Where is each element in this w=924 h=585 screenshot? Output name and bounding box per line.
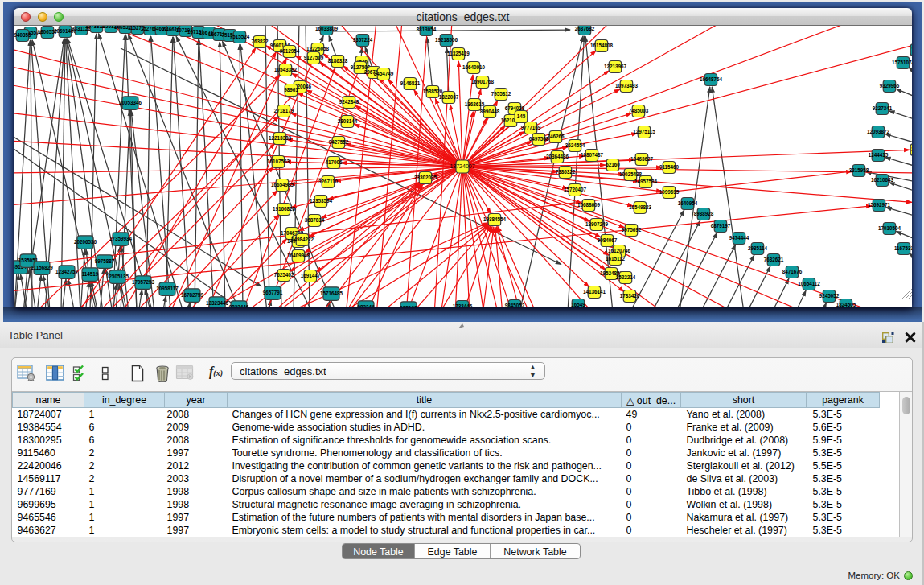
- svg-text:9127509: 9127509: [304, 55, 324, 60]
- svg-text:12093872: 12093872: [867, 129, 890, 134]
- svg-text:2803144: 2803144: [338, 118, 358, 124]
- svg-text:175162: 175162: [400, 305, 417, 307]
- svg-text:8813054: 8813054: [417, 27, 437, 32]
- svg-text:17957253: 17957253: [132, 279, 155, 285]
- svg-text:8186328: 8186328: [328, 58, 348, 64]
- svg-text:12323446: 12323446: [206, 300, 229, 306]
- svg-text:20364436: 20364436: [546, 154, 569, 159]
- svg-text:9357224: 9357224: [353, 37, 373, 43]
- svg-text:2687682: 2687682: [575, 26, 595, 31]
- svg-text:15720407: 15720407: [564, 187, 587, 192]
- svg-text:10543382: 10543382: [274, 67, 298, 72]
- svg-text:940355: 940355: [14, 32, 31, 38]
- svg-text:20053346: 20053346: [119, 100, 142, 105]
- svg-text:16033809: 16033809: [315, 26, 339, 31]
- svg-text:10654112: 10654112: [798, 281, 820, 286]
- svg-text:9227341: 9227341: [873, 105, 893, 111]
- svg-text:1244415: 1244415: [869, 152, 889, 158]
- svg-text:8990448: 8990448: [480, 109, 500, 114]
- svg-text:6497568: 6497568: [529, 136, 549, 142]
- svg-text:2522214: 2522214: [616, 274, 636, 280]
- svg-text:9084067: 9084067: [598, 237, 618, 243]
- svg-text:16107563: 16107563: [267, 159, 290, 164]
- svg-text:8454749: 8454749: [374, 71, 394, 76]
- svg-text:16901768: 16901768: [471, 79, 495, 84]
- svg-text:417006: 417006: [325, 159, 343, 165]
- svg-text:16648764: 16648764: [700, 76, 723, 82]
- svg-text:98961: 98961: [284, 87, 298, 93]
- svg-text:3215958: 3215958: [849, 167, 869, 173]
- svg-text:11325419: 11325419: [447, 51, 470, 56]
- svg-text:12975115: 12975115: [633, 129, 655, 134]
- svg-text:17010504: 17010504: [878, 225, 901, 231]
- svg-text:9329966: 9329966: [880, 83, 900, 89]
- svg-text:16654985: 16654985: [271, 182, 294, 187]
- svg-text:9657791: 9657791: [263, 290, 283, 295]
- svg-text:1733446: 1733446: [453, 303, 473, 307]
- svg-text:9912954: 9912954: [280, 48, 300, 54]
- svg-text:9146821: 9146821: [400, 80, 421, 86]
- svg-text:14136141: 14136141: [583, 289, 606, 295]
- svg-text:19166825: 19166825: [273, 206, 296, 212]
- svg-text:1615112: 1615112: [606, 256, 626, 262]
- svg-text:15692971: 15692971: [868, 202, 891, 208]
- svg-text:16210643: 16210643: [871, 177, 894, 183]
- svg-text:9975887: 9975887: [95, 258, 115, 264]
- svg-text:10807487: 10807487: [581, 152, 604, 158]
- svg-text:3624554: 3624554: [565, 142, 585, 148]
- svg-text:20206536: 20206536: [74, 239, 97, 245]
- svg-text:23302035: 23302035: [414, 175, 437, 180]
- svg-text:12353594: 12353594: [310, 198, 333, 204]
- svg-text:114519: 114519: [82, 271, 99, 277]
- svg-text:9474444: 9474444: [729, 235, 749, 241]
- svg-text:1691447: 1691447: [301, 273, 321, 278]
- svg-text:1733426: 1733426: [620, 293, 640, 299]
- svg-text:763822: 763822: [251, 39, 269, 44]
- svg-text:12505135: 12505135: [106, 274, 129, 279]
- svg-text:1362615: 1362615: [465, 101, 485, 107]
- svg-text:6879197: 6879197: [711, 223, 731, 229]
- svg-text:10958117: 10958117: [156, 286, 179, 291]
- svg-text:8938928: 8938928: [694, 211, 714, 216]
- svg-text:14957584: 14957584: [634, 179, 658, 184]
- svg-text:1588520: 1588520: [423, 89, 443, 94]
- svg-text:7955812: 7955812: [491, 91, 511, 97]
- svg-text:17359934: 17359934: [109, 236, 133, 241]
- svg-text:18907249: 18907249: [585, 221, 609, 227]
- svg-text:15751074: 15751074: [892, 60, 912, 65]
- svg-text:1167533: 1167533: [894, 245, 912, 251]
- svg-text:7515524: 7515524: [230, 34, 250, 39]
- svg-text:7632621: 7632621: [764, 257, 784, 262]
- svg-text:9975692: 9975692: [622, 227, 642, 233]
- svg-text:1099695: 1099695: [659, 189, 680, 195]
- svg-text:9845052: 9845052: [505, 303, 525, 307]
- svg-text:19384554: 19384554: [483, 216, 507, 222]
- svg-text:982344: 982344: [357, 304, 375, 307]
- svg-text:9242848: 9242848: [339, 99, 359, 105]
- svg-text:16549823: 16549823: [629, 204, 652, 210]
- svg-text:3687834: 3687834: [305, 217, 325, 223]
- svg-text:10688609: 10688609: [577, 202, 601, 208]
- svg-text:3267110: 3267110: [318, 179, 339, 184]
- svg-text:9777169: 9777169: [521, 125, 541, 130]
- svg-text:12213967: 12213967: [604, 64, 627, 69]
- svg-text:7625402: 7625402: [274, 272, 294, 278]
- svg-text:12226058: 12226058: [306, 46, 330, 51]
- svg-text:8471676: 8471676: [782, 269, 803, 274]
- svg-text:746266: 746266: [547, 134, 565, 139]
- svg-text:16549: 16549: [571, 302, 585, 307]
- svg-text:9115460: 9115460: [659, 164, 680, 170]
- svg-text:2935114: 2935114: [748, 245, 768, 251]
- svg-text:1640954: 1640954: [678, 200, 698, 206]
- svg-text:10463627: 10463627: [630, 156, 654, 162]
- svg-text:9823446: 9823446: [229, 304, 249, 307]
- svg-text:1277: 1277: [911, 146, 912, 152]
- svg-text:12342757: 12342757: [55, 269, 79, 274]
- svg-text:16640910: 16640910: [462, 64, 486, 70]
- svg-text:1822037: 1822037: [439, 94, 459, 100]
- svg-text:2718179: 2718179: [274, 108, 294, 113]
- svg-text:1824505: 1824505: [836, 302, 856, 307]
- svg-text:14984222: 14984222: [291, 237, 314, 242]
- svg-text:12213383: 12213383: [269, 135, 292, 141]
- svg-text:16154808: 16154808: [590, 43, 614, 48]
